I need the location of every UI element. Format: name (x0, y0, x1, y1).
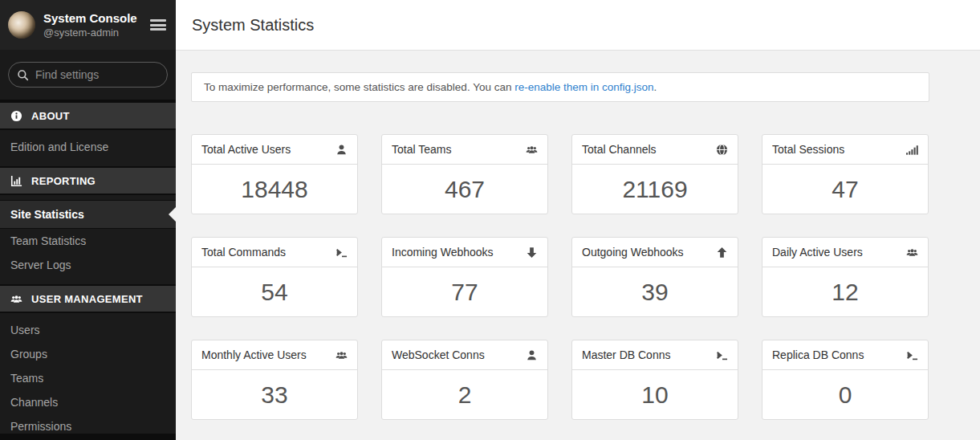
stat-card-websocket-conns: WebSocket Conns 2 (381, 340, 548, 420)
stat-value: 54 (261, 279, 287, 306)
stat-card-header: Daily Active Users (762, 238, 928, 267)
stat-card-header: Total Active Users (192, 135, 357, 165)
sidebar-section-label: ABOUT (31, 110, 70, 122)
sidebar-item-permissions[interactable]: Permissions (0, 414, 176, 434)
stat-card-header: Total Teams (382, 135, 547, 165)
admin-username: @system-admin (43, 26, 145, 39)
stat-card-header: Total Commands (192, 238, 357, 267)
stat-value: 2 (458, 381, 472, 409)
sidebar-section-reporting: REPORTING (0, 166, 176, 195)
console-title: System Console (43, 10, 145, 26)
stat-card-total-channels: Total Channels 21169 (571, 134, 738, 214)
admin-sidebar: System Console @system-admin ABOUT (0, 0, 176, 440)
stat-card-master-db-conns: Master DB Conns 10 (571, 340, 738, 420)
sidebar-item-users[interactable]: Users (0, 318, 176, 342)
bar-chart-icon (10, 174, 23, 187)
stat-card-replica-db-conns: Replica DB Conns 0 (762, 340, 929, 420)
stat-card-body: 467 (382, 165, 547, 214)
stat-value: 33 (261, 381, 287, 409)
signal-bars-icon (905, 143, 918, 156)
stat-card-header: Outgoing Webhooks (572, 238, 738, 267)
stat-value: 10 (641, 381, 668, 409)
stat-value: 47 (832, 176, 858, 203)
sidebar-bottom-strip (0, 434, 176, 440)
stat-card-body: 39 (572, 267, 738, 316)
users-icon (905, 246, 918, 259)
search-input[interactable] (35, 68, 159, 81)
sidebar-item-teams[interactable]: Teams (0, 366, 176, 390)
terminal-icon (715, 348, 728, 361)
user-icon (525, 348, 538, 361)
sidebar-search-area (0, 50, 176, 101)
stat-card-title: WebSocket Conns (392, 348, 485, 361)
sidebar-item-channels[interactable]: Channels (0, 390, 176, 414)
stat-card-header: Total Channels (572, 135, 738, 165)
stat-value: 12 (832, 279, 858, 306)
search-icon (17, 69, 29, 81)
stat-card-title: Replica DB Conns (772, 348, 864, 361)
stat-card-header: WebSocket Conns (382, 340, 547, 370)
stat-card-total-teams: Total Teams 467 (381, 134, 548, 214)
stat-card-title: Total Commands (201, 246, 286, 259)
stat-card-body: 12 (762, 267, 928, 316)
sidebar-section-label: REPORTING (31, 175, 96, 187)
sidebar-item-edition-and-license[interactable]: Edition and License (0, 135, 176, 159)
sidebar-section-label: USER MANAGEMENT (31, 293, 143, 305)
sidebar-section-user-management: USER MANAGEMENT (0, 284, 176, 313)
stat-value: 77 (451, 279, 478, 306)
globe-icon (715, 143, 728, 156)
stat-card-total-sessions: Total Sessions 47 (762, 134, 929, 214)
stat-card-monthly-active-users: Monthly Active Users 33 (191, 340, 358, 420)
stat-card-header: Master DB Conns (572, 340, 738, 370)
stat-card-title: Daily Active Users (772, 246, 863, 259)
stat-card-title: Total Active Users (201, 143, 291, 156)
stat-card-outgoing-webhooks: Outgoing Webhooks 39 (571, 237, 738, 317)
performance-banner: To maximize performance, some statistics… (191, 72, 929, 102)
arrow-up-icon (715, 246, 728, 259)
users-icon (10, 292, 23, 305)
stat-card-body: 21169 (572, 165, 738, 214)
info-circle-icon (10, 109, 23, 122)
stat-card-body: 2 (382, 370, 547, 419)
stat-card-body: 18448 (192, 165, 357, 214)
sidebar-sections: ABOUT Edition and License REPORTING Site… (0, 101, 176, 434)
stats-grid: Total Active Users 18448 Total Teams 467… (191, 134, 980, 420)
main-panel: System Statistics To maximize performanc… (176, 0, 980, 440)
admin-identity: System Console @system-admin (43, 10, 145, 39)
stat-card-header: Replica DB Conns (762, 340, 928, 370)
stat-value: 18448 (241, 176, 307, 203)
sidebar-section-items: Users Groups Teams Channels Permissions … (0, 313, 176, 434)
sidebar-item-team-statistics[interactable]: Team Statistics (0, 229, 176, 253)
sidebar-section-items: Edition and License (0, 130, 176, 166)
stat-value: 21169 (622, 176, 687, 203)
config-json-link[interactable]: re-enable them in config.json (514, 81, 653, 93)
sidebar-item-site-statistics[interactable]: Site Statistics (0, 200, 176, 229)
stat-card-body: 54 (192, 267, 357, 316)
sidebar-header: System Console @system-admin (0, 0, 176, 50)
avatar (8, 11, 35, 39)
stat-card-title: Incoming Webhooks (392, 246, 494, 259)
users-icon (525, 143, 538, 156)
page-header: System Statistics (176, 0, 980, 51)
arrow-down-icon (525, 246, 538, 259)
app-root: System Console @system-admin ABOUT (0, 0, 980, 440)
sidebar-item-server-logs[interactable]: Server Logs (0, 253, 176, 277)
stat-card-title: Master DB Conns (582, 348, 670, 361)
stat-card-body: 0 (762, 370, 928, 419)
terminal-icon (335, 246, 348, 259)
sidebar-item-groups[interactable]: Groups (0, 342, 176, 366)
banner-text: To maximize performance, some statistics… (204, 81, 514, 93)
user-icon (335, 143, 348, 156)
stat-card-header: Monthly Active Users (192, 340, 357, 370)
stat-card-body: 77 (382, 267, 547, 316)
terminal-icon (905, 348, 918, 361)
search-box[interactable] (8, 62, 168, 88)
stat-card-body: 47 (762, 165, 928, 214)
stat-card-header: Total Sessions (762, 135, 928, 165)
users-icon (335, 348, 348, 361)
hamburger-menu-icon[interactable] (150, 18, 166, 33)
stat-card-title: Monthly Active Users (201, 348, 307, 361)
stat-card-title: Total Sessions (772, 143, 844, 156)
stat-value: 0 (839, 381, 852, 409)
stat-card-body: 33 (192, 370, 357, 419)
